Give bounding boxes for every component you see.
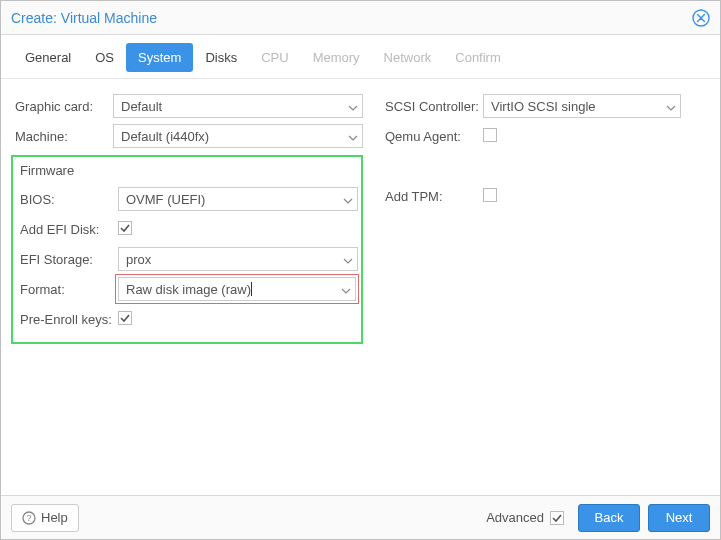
chevron-down-icon xyxy=(348,131,358,141)
close-icon[interactable] xyxy=(692,9,710,27)
help-label: Help xyxy=(41,510,68,525)
advanced-toggle[interactable]: Advanced xyxy=(486,510,564,525)
chevron-down-icon xyxy=(343,194,353,204)
chevron-down-icon xyxy=(348,101,358,111)
add-tpm-label: Add TPM: xyxy=(381,189,483,204)
qemu-agent-checkbox[interactable] xyxy=(483,128,497,142)
help-icon: ? xyxy=(22,511,36,525)
form-body: Graphic card: Default Machine: Default (… xyxy=(1,79,720,495)
add-tpm-checkbox[interactable] xyxy=(483,188,497,202)
pre-enroll-keys-label: Pre-Enroll keys: xyxy=(16,312,118,327)
next-label: Next xyxy=(666,510,693,525)
machine-label: Machine: xyxy=(11,129,113,144)
qemu-agent-label: Qemu Agent: xyxy=(381,129,483,144)
advanced-checkbox[interactable] xyxy=(550,511,564,525)
bios-select[interactable]: OVMF (UEFI) xyxy=(118,187,358,211)
tab-network: Network xyxy=(372,43,444,72)
create-vm-window: Create: Virtual Machine General OS Syste… xyxy=(0,0,721,540)
graphic-card-value: Default xyxy=(121,99,162,114)
footer: ? Help Advanced Back Next xyxy=(1,495,720,539)
tab-memory: Memory xyxy=(301,43,372,72)
help-button[interactable]: ? Help xyxy=(11,504,79,532)
scsi-controller-label: SCSI Controller: xyxy=(381,99,483,114)
window-title: Create: Virtual Machine xyxy=(11,10,692,26)
pre-enroll-keys-checkbox[interactable] xyxy=(118,311,132,325)
format-highlight: Raw disk image (raw) xyxy=(115,274,359,304)
graphic-card-select[interactable]: Default xyxy=(113,94,363,118)
firmware-fieldset: Firmware BIOS: OVMF (UEFI) Add EFI Disk: xyxy=(11,155,363,344)
tab-os[interactable]: OS xyxy=(83,43,126,72)
graphic-card-label: Graphic card: xyxy=(11,99,113,114)
scsi-controller-select[interactable]: VirtIO SCSI single xyxy=(483,94,681,118)
add-efi-disk-label: Add EFI Disk: xyxy=(16,222,118,237)
chevron-down-icon xyxy=(341,284,351,294)
svg-text:?: ? xyxy=(26,513,31,523)
format-value: Raw disk image (raw) xyxy=(126,282,252,297)
advanced-label: Advanced xyxy=(486,510,544,525)
machine-value: Default (i440fx) xyxy=(121,129,209,144)
next-button[interactable]: Next xyxy=(648,504,710,532)
firmware-legend: Firmware xyxy=(16,161,358,184)
back-label: Back xyxy=(595,510,624,525)
tabbar: General OS System Disks CPU Memory Netwo… xyxy=(1,35,720,79)
machine-select[interactable]: Default (i440fx) xyxy=(113,124,363,148)
tab-system[interactable]: System xyxy=(126,43,193,72)
efi-storage-label: EFI Storage: xyxy=(16,252,118,267)
add-efi-disk-checkbox[interactable] xyxy=(118,221,132,235)
tab-disks[interactable]: Disks xyxy=(193,43,249,72)
bios-value: OVMF (UEFI) xyxy=(126,192,205,207)
chevron-down-icon xyxy=(666,101,676,111)
format-label: Format: xyxy=(16,282,118,297)
tab-general[interactable]: General xyxy=(13,43,83,72)
efi-storage-select[interactable]: prox xyxy=(118,247,358,271)
bios-label: BIOS: xyxy=(16,192,118,207)
titlebar: Create: Virtual Machine xyxy=(1,1,720,35)
efi-storage-value: prox xyxy=(126,252,151,267)
back-button[interactable]: Back xyxy=(578,504,640,532)
tab-confirm: Confirm xyxy=(443,43,513,72)
format-select[interactable]: Raw disk image (raw) xyxy=(118,277,356,301)
scsi-controller-value: VirtIO SCSI single xyxy=(491,99,596,114)
chevron-down-icon xyxy=(343,254,353,264)
tab-cpu: CPU xyxy=(249,43,300,72)
